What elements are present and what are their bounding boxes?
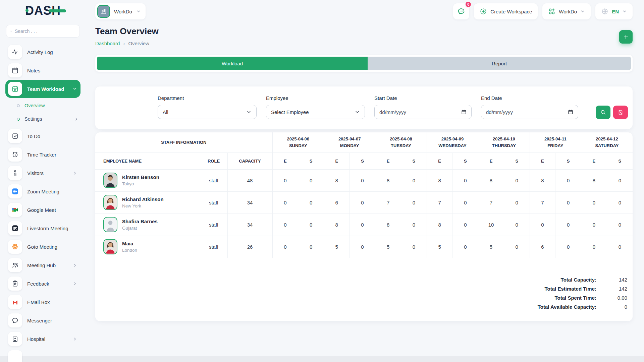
chevron-down-icon: [622, 9, 627, 14]
apply-filter-button[interactable]: [596, 106, 610, 119]
breadcrumb-dashboard-link[interactable]: Dashboard: [95, 41, 120, 46]
add-button[interactable]: [619, 30, 633, 44]
day-column-header: 2025-04-09WEDNESDAY: [427, 132, 478, 153]
end-date-input[interactable]: dd/mm/yyyy: [481, 105, 578, 119]
spent-cell: 0: [452, 191, 478, 214]
sidebar-item-team-workload[interactable]: Team Workload: [5, 80, 80, 98]
chevron-down-icon: [580, 9, 585, 14]
estimated-header: E: [581, 153, 607, 169]
sidebar-subitem-settings[interactable]: Settings: [15, 112, 80, 126]
sidebar-item-messenger[interactable]: Messenger: [5, 311, 80, 329]
dash-logo[interactable]: DASH: [5, 0, 80, 21]
estimated-cell: 7: [478, 191, 504, 214]
workload-table: STAFF INFORMATION 2025-04-06SUNDAY 2025-…: [95, 132, 633, 258]
globe-icon: [601, 8, 608, 15]
sidebar-item-email-box[interactable]: EMail Box: [5, 293, 80, 311]
page-header: Team Overview Dashboard › Overview: [95, 26, 633, 46]
spent-header: S: [504, 153, 530, 169]
sidebar-item-feedback[interactable]: Feedback: [5, 275, 80, 293]
sidebar-subitem-overview[interactable]: Overview: [15, 99, 80, 112]
bullet-icon: [16, 117, 20, 121]
sidebar-item-livestorm-meeting[interactable]: Livestorm Meeting: [5, 219, 80, 237]
sidebar-item-visitors[interactable]: Visitors: [5, 164, 80, 182]
end-date-field: End Date dd/mm/yyyy: [481, 95, 578, 119]
workspace-avatar: [97, 5, 110, 18]
spent-cell: 0: [607, 191, 633, 214]
apps-dropdown[interactable]: WorkDo: [542, 3, 591, 19]
sidebar-item-hospital[interactable]: Hospital: [5, 330, 80, 348]
estimated-cell: 8: [427, 169, 452, 191]
chevron-right-icon: [73, 263, 77, 267]
capacity-cell: 48: [227, 169, 272, 191]
bullet-icon: [17, 104, 20, 107]
zoom-icon: [8, 184, 22, 198]
employee-name: Kirsten Benson: [122, 174, 159, 180]
tab-report[interactable]: Report: [368, 57, 631, 70]
workspace-switcher[interactable]: WorkDo: [95, 3, 146, 19]
chevron-right-icon: [73, 337, 77, 341]
spent-cell: 0: [350, 214, 375, 236]
goto-meeting-icon: [8, 240, 22, 254]
table-row: MaiaLondon staff 26 00 50 50 50 50 60 00: [95, 236, 633, 258]
estimated-cell: 10: [478, 214, 504, 236]
alarm-clock-icon: [8, 147, 22, 162]
calendar-check-icon: [8, 82, 22, 96]
role-cell: staff: [200, 236, 227, 258]
start-date-field: Start Date dd/mm/yyyy: [374, 95, 472, 119]
day-column-header: 2025-04-11FRIDAY: [530, 132, 581, 153]
person-icon: [8, 166, 22, 180]
estimated-cell: 0: [272, 214, 298, 236]
chevron-right-icon: [73, 171, 77, 175]
department-select[interactable]: All: [158, 105, 257, 119]
gmail-icon: [8, 295, 22, 309]
create-workspace-button[interactable]: Create Workspace: [474, 3, 538, 19]
end-date-label: End Date: [481, 95, 578, 101]
estimated-cell: 0: [272, 191, 298, 214]
sidebar-search[interactable]: [6, 25, 80, 38]
tab-workload[interactable]: Workload: [97, 57, 368, 70]
sidebar-item-partial[interactable]: [5, 348, 80, 362]
estimated-cell: 8: [375, 169, 401, 191]
table-row: Richard AtkinsonNew York staff 34 00 60 …: [95, 191, 633, 214]
chevron-down-icon: [72, 86, 77, 91]
avatar: [103, 239, 117, 254]
sidebar-item-zoom-meeting[interactable]: Zoom Meeting: [5, 182, 80, 200]
estimated-cell: 7: [530, 191, 555, 214]
spent-cell: 0: [452, 236, 478, 258]
sidebar-item-notes[interactable]: Notes: [5, 61, 80, 79]
estimated-cell: 6: [324, 191, 350, 214]
estimated-cell: 5: [324, 236, 350, 258]
dash-logo-text: DASH: [25, 4, 61, 18]
sidebar-item-to-do[interactable]: To Do: [5, 127, 80, 145]
estimated-cell: 5: [375, 236, 401, 258]
employee-label: Employee: [266, 95, 365, 101]
main-content: WorkDo 0 Create Workspace WorkDo EN: [86, 0, 644, 362]
sidebar-search-input[interactable]: [15, 28, 75, 34]
capacity-cell: 34: [227, 191, 272, 214]
estimated-cell: 8: [530, 169, 555, 191]
language-dropdown[interactable]: EN: [595, 3, 633, 19]
spent-cell: 0: [504, 169, 530, 191]
sidebar-item-activity-log[interactable]: Activity Log: [5, 43, 80, 61]
sidebar-item-time-tracker[interactable]: Time Tracker: [5, 145, 80, 164]
spent-header: S: [607, 153, 633, 169]
message-count-badge: 0: [465, 1, 472, 8]
chevron-down-icon: [355, 109, 360, 115]
day-column-header: 2025-04-10THURSDAY: [478, 132, 530, 153]
sidebar-item-meeting-hub[interactable]: Meeting Hub: [5, 256, 80, 274]
estimated-cell: 5: [427, 236, 452, 258]
reset-filter-button[interactable]: [613, 106, 628, 119]
start-date-input[interactable]: dd/mm/yyyy: [374, 105, 472, 119]
messages-button[interactable]: 0: [453, 3, 469, 19]
sidebar-nav: Activity Log Notes Team Workload Overvie…: [5, 43, 80, 362]
sidebar-item-goto-meeting[interactable]: Goto Meeting: [5, 238, 80, 256]
estimated-cell: 0: [581, 191, 607, 214]
chat-bubble-icon: [8, 313, 22, 327]
spent-cell: 0: [452, 169, 478, 191]
spent-header: S: [298, 153, 324, 169]
workload-table-card: STAFF INFORMATION 2025-04-06SUNDAY 2025-…: [95, 132, 633, 321]
sidebar-item-google-meet[interactable]: Google Meet: [5, 201, 80, 219]
spent-header: S: [401, 153, 427, 169]
employee-select[interactable]: Select Employee: [266, 105, 365, 119]
employee-location: London: [122, 248, 137, 253]
